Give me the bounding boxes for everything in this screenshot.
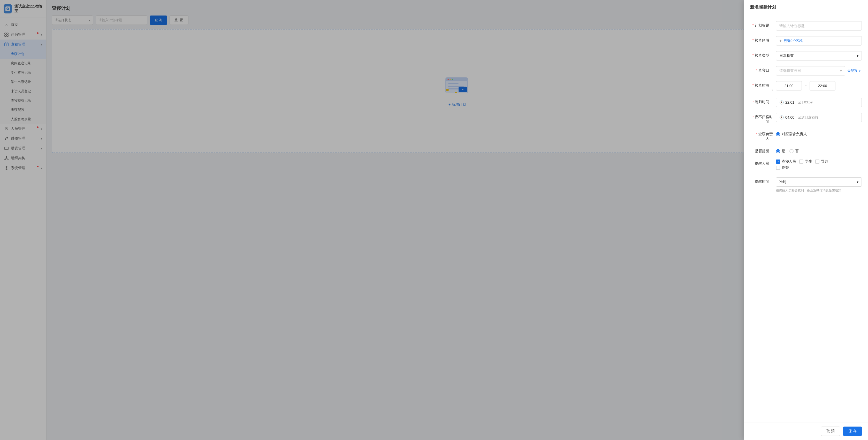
- form-row-check-area: 检查区域： + 已选0个区域: [750, 36, 862, 45]
- remind-persons-row1: ✓ 查寝人员 学生 导师: [776, 159, 862, 164]
- form-row-no-return: 夜不归宿时间： 🕐 04:00 至次日查寝前: [750, 113, 862, 124]
- plan-title-label: 计划标题：: [750, 21, 776, 28]
- check-area-control: + 已选0个区域: [776, 36, 862, 45]
- student-label: 学生: [805, 159, 812, 164]
- no-return-end: 至次日查寝前: [798, 115, 818, 120]
- time-range-period: 21:00 ～ 22:00: [776, 81, 862, 91]
- plan-title-input[interactable]: [776, 21, 862, 31]
- remind-no-label: 否: [795, 149, 799, 154]
- remind-hint: 被提醒人员将会收到一条企业微信消息提醒通知: [776, 188, 862, 193]
- tutor-label: 导师: [821, 159, 828, 164]
- form-row-remind-persons: 提醒人员： ✓ 查寝人员 学生 导师: [750, 159, 862, 172]
- responsible-radio-group: 对应宿舍负责人: [776, 130, 862, 136]
- form-row-check-type: 检查类型： 日常检查 ▾: [750, 51, 862, 61]
- form-row-check-period: 检查时段： ℹ 21:00 ～ 22:00: [750, 81, 862, 92]
- day-select: 请选择查寝日 ▾ 去配置 ＞: [776, 66, 862, 75]
- remind-person-label: 提醒人员：: [750, 159, 776, 166]
- form-row-late-return: 晚归时间： 🕐 22:01 至 [ 03:59 ]: [750, 98, 862, 107]
- period-separator: ～: [804, 84, 807, 88]
- no-return-field[interactable]: 🕐 04:00 至次日查寝前: [776, 113, 862, 122]
- late-return-control: 🕐 22:01 至 [ 03:59 ]: [776, 98, 862, 107]
- property-checkbox: [776, 166, 780, 170]
- area-selected-text: 已选0个区域: [784, 38, 802, 43]
- inspector-check-mark: ✓: [777, 160, 779, 163]
- remind-person-tutor[interactable]: 导师: [815, 159, 828, 164]
- check-period-info-icon[interactable]: ℹ: [772, 88, 773, 92]
- clock-icon-late: 🕐: [779, 100, 784, 104]
- remind-radio-group: 是 否: [776, 147, 862, 154]
- late-return-start: 22:01: [785, 100, 794, 104]
- panel-title: 新增/编辑计划: [744, 0, 868, 15]
- remind-persons-row2: 物管: [776, 165, 862, 170]
- remind-yes-item[interactable]: 是: [776, 149, 785, 154]
- check-day-label: 查寝日：: [750, 66, 776, 73]
- late-return-field[interactable]: 🕐 22:01 至 [ 03:59 ]: [776, 98, 862, 107]
- check-period-control: 21:00 ～ 22:00: [776, 81, 862, 91]
- save-button[interactable]: 保 存: [843, 427, 862, 436]
- remind-no-item[interactable]: 否: [789, 149, 799, 154]
- check-type-control: 日常检查 ▾: [776, 51, 862, 61]
- check-type-arrow: ▾: [857, 54, 859, 58]
- remind-person-inspector[interactable]: ✓ 查寝人员: [776, 159, 796, 164]
- remind-no-radio: [789, 149, 794, 153]
- form-row-responsible: 查寝负责人： 对应宿舍负责人: [750, 130, 862, 141]
- late-return-label: 晚归时间：: [750, 98, 776, 104]
- check-type-value: 日常检查: [779, 54, 794, 58]
- day-dropdown[interactable]: 请选择查寝日 ▾: [776, 66, 845, 75]
- property-label: 物管: [782, 165, 789, 170]
- check-day-control: 请选择查寝日 ▾ 去配置 ＞: [776, 66, 862, 75]
- remind-label: 是否提醒：: [750, 147, 776, 154]
- inspector-checkbox: ✓: [776, 159, 780, 164]
- panel-form: 计划标题： 检查区域： + 已选0个区域 检查类型： 日常检查 ▾: [744, 15, 868, 422]
- form-row-remind-time: 提醒时间： 准时 ▾ 被提醒人员将会收到一条企业微信消息提醒通知: [750, 177, 862, 193]
- remind-control: 是 否: [776, 147, 862, 154]
- no-return-control: 🕐 04:00 至次日查寝前: [776, 113, 862, 122]
- period-end-value: 22:00: [818, 84, 827, 88]
- modal-overlay[interactable]: [0, 0, 868, 440]
- responsible-label: 查寝负责人：: [750, 130, 776, 141]
- period-start-value: 21:00: [784, 84, 793, 88]
- no-return-label: 夜不归宿时间：: [750, 113, 776, 124]
- inspector-label: 查寝人员: [782, 159, 796, 164]
- responsible-radio-checked: [776, 132, 780, 136]
- day-placeholder: 请选择查寝日: [779, 68, 801, 73]
- remind-time-control: 准时 ▾ 被提醒人员将会收到一条企业微信消息提醒通知: [776, 177, 862, 193]
- clock-icon-noreturn: 🕐: [779, 115, 784, 120]
- responsible-control: 对应宿舍负责人: [776, 130, 862, 136]
- period-end-input[interactable]: 22:00: [810, 81, 835, 91]
- no-return-start: 04:00: [785, 115, 794, 120]
- remind-person-property[interactable]: 物管: [776, 165, 789, 170]
- plan-title-control: [776, 21, 862, 31]
- remind-yes-radio: [776, 149, 780, 153]
- remind-time-arrow: ▾: [857, 180, 859, 184]
- check-period-label: 检查时段： ℹ: [750, 81, 776, 92]
- tutor-checkbox: [815, 159, 819, 164]
- config-link[interactable]: 去配置 ＞: [847, 68, 862, 73]
- student-checkbox: [799, 159, 803, 164]
- period-start-input[interactable]: 21:00: [776, 81, 802, 91]
- panel-footer: 取 消 保 存: [744, 422, 868, 440]
- remind-yes-label: 是: [782, 149, 785, 154]
- remind-time-value: 准时: [779, 180, 786, 184]
- late-return-to: 至 [ 03:59 ]: [798, 100, 814, 105]
- check-type-label: 检查类型：: [750, 51, 776, 58]
- form-row-remind: 是否提醒： 是 否: [750, 147, 862, 154]
- remind-persons-control: ✓ 查寝人员 学生 导师 物管: [776, 159, 862, 172]
- area-plus-icon[interactable]: +: [779, 38, 782, 43]
- remind-time-label: 提醒时间：: [750, 177, 776, 184]
- check-type-select[interactable]: 日常检查 ▾: [776, 51, 862, 61]
- check-area-label: 检查区域：: [750, 36, 776, 43]
- side-panel: 新增/编辑计划 计划标题： 检查区域： + 已选0个区域 检查类型：: [744, 0, 868, 440]
- area-select[interactable]: + 已选0个区域: [776, 36, 862, 45]
- remind-person-student[interactable]: 学生: [799, 159, 812, 164]
- remind-time-select[interactable]: 准时 ▾: [776, 177, 862, 187]
- responsible-value: 对应宿舍负责人: [782, 132, 807, 136]
- cancel-button[interactable]: 取 消: [821, 427, 840, 436]
- form-row-check-day: 查寝日： 请选择查寝日 ▾ 去配置 ＞: [750, 66, 862, 75]
- responsible-radio-item[interactable]: 对应宿舍负责人: [776, 132, 807, 136]
- day-arrow: ▾: [840, 69, 842, 73]
- form-row-plan-title: 计划标题：: [750, 21, 862, 31]
